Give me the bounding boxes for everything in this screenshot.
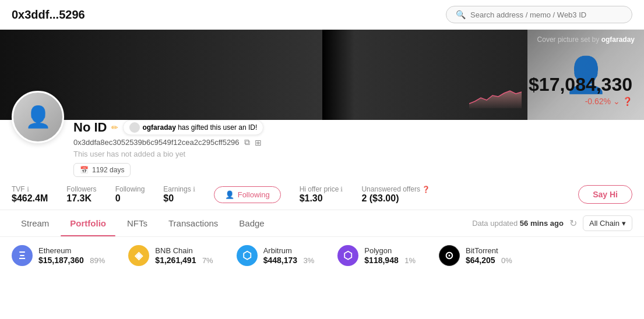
wallet-full-address: 0x3ddfa8ec3052539b6c9549f12cea2c295cff52…	[73, 138, 240, 147]
hi-offer-label: Hi offer price ℹ	[300, 185, 343, 193]
eth-chain-name: Ethereum	[38, 246, 105, 255]
tvf-info-icon[interactable]: ℹ	[27, 186, 29, 193]
stat-tvf: TVF ℹ $462.4M	[12, 185, 48, 204]
unanswered-value: 2 ($3.00)	[361, 193, 430, 204]
arb-chain-name: Arbitrum	[263, 246, 315, 255]
stat-following: Following 0	[115, 185, 145, 204]
following-value: 0	[115, 193, 145, 204]
stat-hi-offer: Hi offer price ℹ $1.30	[300, 185, 343, 204]
unanswered-info-icon[interactable]: ❓	[422, 186, 430, 193]
search-icon: 🔍	[456, 10, 466, 19]
bnb-chain-icon: ◈	[128, 245, 149, 266]
hi-offer-value: $1.30	[300, 193, 343, 204]
profile-name: No ID	[73, 120, 107, 135]
profile-section: 👤 No ID ✏ ogfaraday has gifted this user…	[0, 91, 644, 177]
header: 0x3ddf...5296 🔍	[0, 0, 644, 30]
eth-chain-value: $15,187,360	[38, 256, 84, 265]
holding-eth: Ξ Ethereum $15,187,360 89%	[12, 245, 105, 266]
holding-arb: ⬡ Arbitrum $448,173 3%	[237, 245, 315, 266]
earnings-label: Earnings ℹ	[163, 185, 195, 193]
tabs-right: Data updated 56 mins ago ↻ All Chain ▾	[472, 215, 632, 231]
tab-portfolio[interactable]: Portfolio	[61, 210, 115, 236]
holding-btt: ⊙ BitTorrent $64,205 0%	[439, 245, 512, 266]
avatar: 👤	[12, 91, 64, 143]
chevron-icon: ▾	[622, 219, 626, 228]
stats-row: TVF ℹ $462.4M Followers 17.3K Following …	[0, 177, 644, 210]
matic-chain-icon: ⬡	[337, 245, 358, 266]
search-bar[interactable]: 🔍	[446, 6, 632, 23]
tab-transactions[interactable]: Transactions	[159, 210, 227, 236]
matic-chain-info: Polygon $118,948 1%	[364, 246, 416, 265]
btt-chain-pct: 0%	[501, 256, 512, 265]
eth-chain-icon: Ξ	[12, 245, 33, 266]
earnings-value: $0	[163, 193, 195, 204]
tvf-value: $462.4M	[12, 193, 48, 204]
stat-unanswered: Unanswered offers ❓ 2 ($3.00)	[361, 185, 430, 204]
eth-chain-info: Ethereum $15,187,360 89%	[38, 246, 105, 265]
bnb-chain-value: $1,261,491	[155, 256, 196, 265]
arb-chain-pct: 3%	[304, 256, 315, 265]
gift-user: ogfaraday	[142, 123, 175, 132]
profile-info: No ID ✏ ogfaraday has gifted this user a…	[73, 120, 263, 177]
btt-chain-name: BitTorrent	[466, 246, 512, 255]
matic-chain-value: $118,948	[364, 256, 398, 265]
cover-credit-user: ogfaraday	[601, 36, 635, 44]
copy-icon[interactable]: ⧉	[244, 137, 250, 147]
btt-chain-value: $64,205	[466, 256, 495, 265]
followers-value: 17.3K	[66, 193, 96, 204]
btt-chain-icon: ⊙	[439, 245, 460, 266]
days-count: 1192 days	[92, 166, 124, 174]
stat-followers: Followers 17.3K	[66, 185, 96, 204]
following-label: Following	[115, 185, 145, 193]
earnings-info-icon[interactable]: ℹ	[193, 186, 195, 193]
chain-selector[interactable]: All Chain ▾	[583, 215, 632, 231]
wallet-row: 0x3ddfa8ec3052539b6c9549f12cea2c295cff52…	[73, 137, 263, 147]
eth-chain-pct: 89%	[90, 256, 105, 265]
holding-matic: ⬡ Polygon $118,948 1%	[337, 245, 416, 266]
arb-chain-value: $448,173	[263, 256, 297, 265]
refresh-icon[interactable]: ↻	[569, 218, 577, 229]
data-updated-text: Data updated 56 mins ago	[472, 219, 564, 228]
following-button[interactable]: 👤 Following	[214, 186, 281, 203]
cover-credit: Cover picture set by ogfaraday	[537, 36, 635, 44]
qr-icon[interactable]: ⊞	[255, 138, 262, 147]
profile-name-row: No ID ✏ ogfaraday has gifted this user a…	[73, 120, 263, 135]
say-hi-button[interactable]: Say Hi	[578, 185, 632, 204]
search-input[interactable]	[470, 10, 622, 19]
arb-chain-info: Arbitrum $448,173 3%	[263, 246, 315, 265]
calendar-icon: 📅	[80, 166, 89, 174]
followers-label: Followers	[66, 185, 96, 193]
bnb-chain-name: BNB Chain	[155, 246, 213, 255]
gift-badge: ogfaraday has gifted this user an ID!	[123, 120, 263, 135]
hi-offer-info-icon[interactable]: ℹ	[340, 186, 343, 193]
tab-stream[interactable]: Stream	[12, 210, 58, 236]
matic-chain-name: Polygon	[364, 246, 416, 255]
days-badge: 📅 1192 days	[73, 163, 131, 177]
stat-earnings: Earnings ℹ $0	[163, 185, 195, 204]
bnb-chain-pct: 7%	[202, 256, 213, 265]
cover-credit-prefix: Cover picture set by	[537, 36, 600, 44]
matic-chain-pct: 1%	[404, 256, 416, 265]
bio-text: This user has not added a bio yet	[73, 150, 263, 158]
arb-chain-icon: ⬡	[237, 245, 258, 266]
holding-bnb: ◈ BNB Chain $1,261,491 7%	[128, 245, 213, 266]
holdings-row: Ξ Ethereum $15,187,360 89% ◈ BNB Chain $…	[0, 237, 644, 274]
edit-icon[interactable]: ✏	[111, 123, 118, 132]
tab-nfts[interactable]: NFTs	[118, 210, 157, 236]
following-person-icon: 👤	[225, 190, 234, 199]
tab-badge[interactable]: Badge	[230, 210, 273, 236]
bnb-chain-info: BNB Chain $1,261,491 7%	[155, 246, 213, 265]
unanswered-label: Unanswered offers ❓	[361, 185, 430, 193]
gift-avatar-icon	[129, 122, 140, 133]
wallet-address-short: 0x3ddf...5296	[12, 8, 85, 22]
tvf-label: TVF ℹ	[12, 185, 48, 193]
gift-text: ogfaraday has gifted this user an ID!	[142, 123, 257, 132]
tabs-row: Stream Portfolio NFTs Transactions Badge…	[0, 210, 644, 237]
btt-chain-info: BitTorrent $64,205 0%	[466, 246, 512, 265]
